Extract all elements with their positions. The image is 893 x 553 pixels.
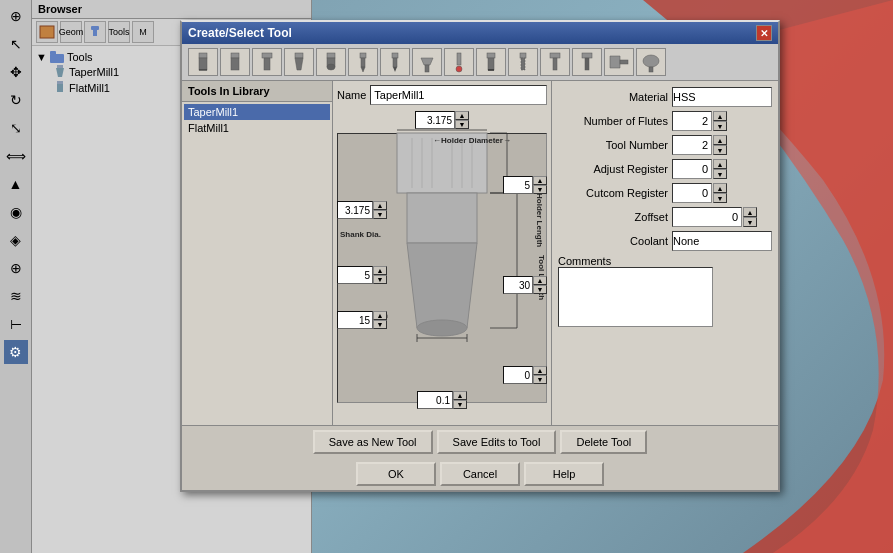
adjust-register-up[interactable]: ▲ bbox=[713, 159, 727, 169]
cutcom-register-label: Cutcom Register bbox=[558, 187, 668, 199]
diameter-up[interactable]: ▲ bbox=[533, 366, 547, 375]
boolean-icon[interactable]: ⊕ bbox=[4, 256, 28, 280]
chamfer-icon[interactable]: ◈ bbox=[4, 228, 28, 252]
measure-icon[interactable]: ⊢ bbox=[4, 312, 28, 336]
svg-rect-22 bbox=[361, 58, 365, 67]
taper-angle-up[interactable]: ▲ bbox=[373, 266, 387, 275]
svg-rect-29 bbox=[457, 53, 461, 65]
tool-icon-drill2[interactable] bbox=[380, 48, 410, 76]
material-row: Material HSS Carbide Ceramic Diamond bbox=[558, 87, 772, 107]
cutcom-register-down[interactable]: ▼ bbox=[713, 193, 727, 203]
tool-number-input[interactable] bbox=[672, 135, 712, 155]
name-label: Name bbox=[337, 89, 366, 101]
cutcom-register-input[interactable] bbox=[672, 183, 712, 203]
tool-icon-flat-end-mill[interactable] bbox=[188, 48, 218, 76]
tool-length-spinbtns: ▲ ▼ bbox=[533, 276, 547, 294]
tools-label[interactable]: Tools bbox=[108, 21, 130, 43]
tool-icon-bore[interactable] bbox=[540, 48, 570, 76]
cancel-button[interactable]: Cancel bbox=[440, 462, 520, 486]
tool-icon-drill[interactable] bbox=[348, 48, 378, 76]
scale-icon[interactable]: ⤡ bbox=[4, 116, 28, 140]
num-flutes-up[interactable]: ▲ bbox=[713, 111, 727, 121]
shank-dia-up[interactable]: ▲ bbox=[373, 201, 387, 210]
tools-tab[interactable] bbox=[84, 21, 106, 43]
material-select[interactable]: HSS Carbide Ceramic Diamond bbox=[672, 87, 772, 107]
tool-icon-probe[interactable] bbox=[444, 48, 474, 76]
flute-length-up[interactable]: ▲ bbox=[373, 311, 387, 320]
extrude-icon[interactable]: ▲ bbox=[4, 172, 28, 196]
diameter-value-down[interactable]: ▼ bbox=[453, 400, 467, 409]
tool-icon-turn[interactable] bbox=[604, 48, 634, 76]
svg-marker-6 bbox=[56, 68, 64, 77]
material-label: Material bbox=[558, 91, 668, 103]
tool-icon-grind[interactable] bbox=[636, 48, 666, 76]
taper-angle-input[interactable] bbox=[337, 266, 373, 284]
library-item-flatmill1[interactable]: FlatMill1 bbox=[184, 120, 330, 136]
tool-icon-ball-end-mill[interactable] bbox=[316, 48, 346, 76]
ok-button[interactable]: OK bbox=[356, 462, 436, 486]
tool-icon-bore2[interactable] bbox=[572, 48, 602, 76]
rotate-icon[interactable]: ↻ bbox=[4, 88, 28, 112]
taper-angle-spinbtns: ▲ ▼ bbox=[373, 266, 387, 284]
geom-tab[interactable] bbox=[36, 21, 58, 43]
holder-length-down[interactable]: ▼ bbox=[533, 185, 547, 194]
shank-dia-input[interactable] bbox=[337, 201, 373, 219]
tool-length-input[interactable] bbox=[503, 276, 533, 294]
comments-textarea[interactable] bbox=[558, 267, 713, 327]
svg-rect-5 bbox=[57, 65, 63, 68]
diameter-down[interactable]: ▼ bbox=[533, 375, 547, 384]
save-edits-tool-button[interactable]: Save Edits to Tool bbox=[437, 430, 557, 454]
diameter-input[interactable] bbox=[503, 366, 533, 384]
flute-length-input[interactable] bbox=[337, 311, 373, 329]
tool-length-down[interactable]: ▼ bbox=[533, 285, 547, 294]
help-button[interactable]: Help bbox=[524, 462, 604, 486]
dialog-close-button[interactable]: ✕ bbox=[756, 25, 772, 41]
tool-icon-tap[interactable] bbox=[508, 48, 538, 76]
fillet-icon[interactable]: ◉ bbox=[4, 200, 28, 224]
zoffset-down[interactable]: ▼ bbox=[743, 217, 757, 227]
settings-icon[interactable]: ⚙ bbox=[4, 340, 28, 364]
tool-icon-slot-mill[interactable] bbox=[252, 48, 282, 76]
zoffset-up[interactable]: ▲ bbox=[743, 207, 757, 217]
tool-icon-taper-mill[interactable] bbox=[284, 48, 314, 76]
shank-dia-down[interactable]: ▼ bbox=[373, 210, 387, 219]
adjust-register-input[interactable] bbox=[672, 159, 712, 179]
save-new-tool-button[interactable]: Save as New Tool bbox=[313, 430, 433, 454]
tool-length-up[interactable]: ▲ bbox=[533, 276, 547, 285]
svg-rect-16 bbox=[295, 53, 303, 58]
holder-length-up[interactable]: ▲ bbox=[533, 176, 547, 185]
move-icon[interactable]: ✥ bbox=[4, 60, 28, 84]
taper-angle-down[interactable]: ▼ bbox=[373, 275, 387, 284]
flute-length-down[interactable]: ▼ bbox=[373, 320, 387, 329]
svg-rect-1 bbox=[91, 26, 99, 30]
tool-icon-countersink[interactable] bbox=[412, 48, 442, 76]
view-fit-icon[interactable]: ⊕ bbox=[4, 4, 28, 28]
tool-icon-reamer[interactable] bbox=[476, 48, 506, 76]
num-flutes-down[interactable]: ▼ bbox=[713, 121, 727, 131]
mode-tab[interactable]: M bbox=[132, 21, 154, 43]
tool-number-up[interactable]: ▲ bbox=[713, 135, 727, 145]
svg-marker-27 bbox=[421, 58, 433, 65]
mirror-icon[interactable]: ⟺ bbox=[4, 144, 28, 168]
cutcom-register-up[interactable]: ▲ bbox=[713, 183, 727, 193]
zoffset-input[interactable] bbox=[672, 207, 742, 227]
browser-header: Browser bbox=[32, 0, 311, 19]
tool-icon-flat-end-mill2[interactable] bbox=[220, 48, 250, 76]
diameter-value-input[interactable] bbox=[417, 391, 453, 409]
coolant-select[interactable]: None Flood Mist Air bbox=[672, 231, 772, 251]
num-flutes-input[interactable] bbox=[672, 111, 712, 131]
tool-number-down[interactable]: ▼ bbox=[713, 145, 727, 155]
left-sidebar: ⊕ ↖ ✥ ↻ ⤡ ⟺ ▲ ◉ ◈ ⊕ ≋ ⊢ ⚙ bbox=[0, 0, 32, 553]
diameter-value-up[interactable]: ▲ bbox=[453, 391, 467, 400]
coolant-label: Coolant bbox=[558, 235, 668, 247]
select-icon[interactable]: ↖ bbox=[4, 32, 28, 56]
holder-diameter-up-top[interactable]: ▲ bbox=[455, 111, 469, 120]
delete-tool-button[interactable]: Delete Tool bbox=[560, 430, 647, 454]
holder-length-input[interactable] bbox=[503, 176, 533, 194]
surface-icon[interactable]: ≋ bbox=[4, 284, 28, 308]
adjust-register-down[interactable]: ▼ bbox=[713, 169, 727, 179]
svg-rect-38 bbox=[582, 53, 592, 58]
tool-name-input[interactable] bbox=[370, 85, 547, 105]
library-item-tapermill1[interactable]: TaperMill1 bbox=[184, 104, 330, 120]
geom-label[interactable]: Geom bbox=[60, 21, 82, 43]
